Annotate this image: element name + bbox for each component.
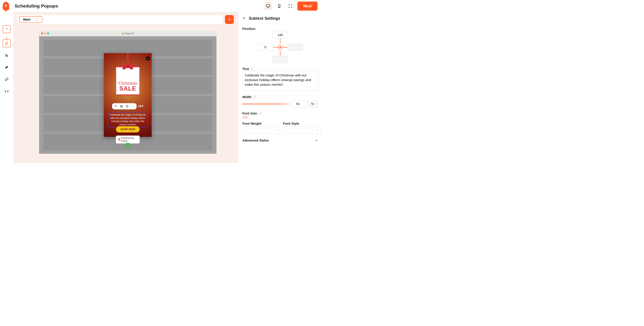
chevron-down-icon (316, 129, 319, 131)
width-label: Width (242, 95, 252, 99)
tab-options-icon[interactable]: ⋮ (35, 18, 38, 21)
position-center-anchor[interactable] (278, 45, 282, 49)
cursor-click-icon (5, 53, 9, 57)
rail-code-tool[interactable] (3, 87, 11, 95)
flow-node-handle[interactable] (125, 143, 130, 148)
brand-logo: p (3, 2, 9, 13)
position-bottom-input[interactable] (272, 56, 288, 63)
rail-integrations-tool[interactable] (3, 75, 11, 83)
svg-rect-0 (266, 4, 270, 7)
width-value-input[interactable] (291, 100, 305, 108)
text-label: Text (242, 67, 249, 71)
trash-icon (126, 105, 129, 108)
rail-ai-tool[interactable] (3, 25, 11, 33)
preview-browser: 🔒 Poper AI ✕ (39, 30, 216, 154)
popup-preview[interactable]: ✕ Christmas (104, 53, 152, 137)
rail-connector (6, 37, 7, 39)
font-size-slider[interactable] (242, 117, 248, 118)
kebab-icon: ⋮ (132, 105, 134, 108)
browser-title: 🔒 Poper AI (39, 32, 216, 35)
device-desktop-button[interactable] (264, 2, 272, 10)
toolbar-off-label: OFF (138, 105, 144, 108)
sparkle-small-icon (114, 105, 117, 108)
canvas-area: Main ⋮ + 🔒 Poper AI (13, 12, 238, 163)
page-title: Scheduling Popups (15, 3, 58, 9)
rail-triggers-tool[interactable] (3, 51, 11, 59)
panel-title: Subtext Settings (249, 16, 280, 20)
next-button[interactable]: Next (298, 1, 318, 11)
mobile-icon (277, 4, 281, 8)
svg-rect-4 (120, 105, 122, 107)
position-top-input[interactable] (272, 32, 288, 39)
position-left-input[interactable] (258, 44, 273, 51)
element-toolbar: ⋮ OFF (112, 103, 144, 109)
position-right-input[interactable] (287, 44, 303, 51)
help-icon[interactable]: ? (250, 67, 253, 70)
position-label: Position (242, 27, 318, 31)
preview-canvas[interactable]: ✕ Christmas (39, 36, 216, 154)
settings-panel: Subtext Settings Position (238, 12, 322, 163)
sparkles-icon (5, 27, 9, 31)
font-weight-select[interactable] (242, 127, 280, 134)
tab-main-label: Main (23, 18, 31, 21)
panel-back-button[interactable] (242, 16, 246, 20)
font-style-label: Font Style (283, 122, 321, 126)
help-icon[interactable]: ? (253, 96, 256, 99)
svg-point-3 (126, 65, 129, 68)
fullscreen-button[interactable] (286, 2, 294, 10)
svg-point-2 (279, 7, 280, 7)
font-size-label: Font Size (242, 112, 257, 115)
toolbar-duplicate-button[interactable] (120, 105, 123, 108)
brush-icon (5, 41, 9, 45)
lock-icon: 🔒 (122, 32, 124, 35)
code-icon (5, 89, 9, 93)
font-style-select[interactable] (283, 127, 321, 134)
bow-icon (120, 61, 135, 71)
chevron-left-icon (242, 16, 246, 20)
popup-tag-card: Christmas SALE (116, 66, 140, 95)
width-slider[interactable] (242, 104, 289, 104)
popup-close-button[interactable]: ✕ (146, 56, 150, 60)
popup-subtext-selected[interactable]: Celebrate the magic of Christmas with ou… (108, 112, 148, 127)
hand-heart-icon (5, 65, 9, 69)
link-icon (5, 77, 9, 81)
svg-rect-6 (126, 106, 128, 107)
app-header: p Scheduling Popups Next (0, 0, 322, 12)
chevron-down-icon (276, 129, 278, 131)
toolbar-more-button[interactable]: ⋮ (132, 105, 135, 108)
width-unit-select[interactable]: % (307, 100, 318, 108)
advanced-styles-toggle[interactable]: Advanced Styles (242, 138, 318, 142)
text-textarea[interactable] (242, 71, 318, 91)
tool-rail (0, 12, 13, 163)
toolbar-ai-button[interactable] (114, 105, 118, 108)
copy-icon (120, 105, 123, 108)
rail-design-tool[interactable] (3, 39, 11, 47)
help-icon[interactable]: ? (258, 112, 262, 115)
svg-rect-5 (121, 106, 122, 107)
toolbar-delete-button[interactable] (126, 105, 129, 108)
fullscreen-icon (288, 4, 292, 8)
popup-headline-bold: SALE (119, 85, 136, 92)
rail-audience-tool[interactable] (3, 63, 11, 71)
font-weight-label: Font Weight (242, 122, 280, 126)
chevron-down-icon (315, 139, 318, 142)
steps-tabs: Main ⋮ (17, 15, 223, 24)
tab-main[interactable]: Main ⋮ (19, 16, 42, 23)
device-mobile-button[interactable] (275, 2, 283, 10)
add-step-button[interactable]: + (225, 15, 234, 24)
desktop-icon (266, 4, 270, 8)
